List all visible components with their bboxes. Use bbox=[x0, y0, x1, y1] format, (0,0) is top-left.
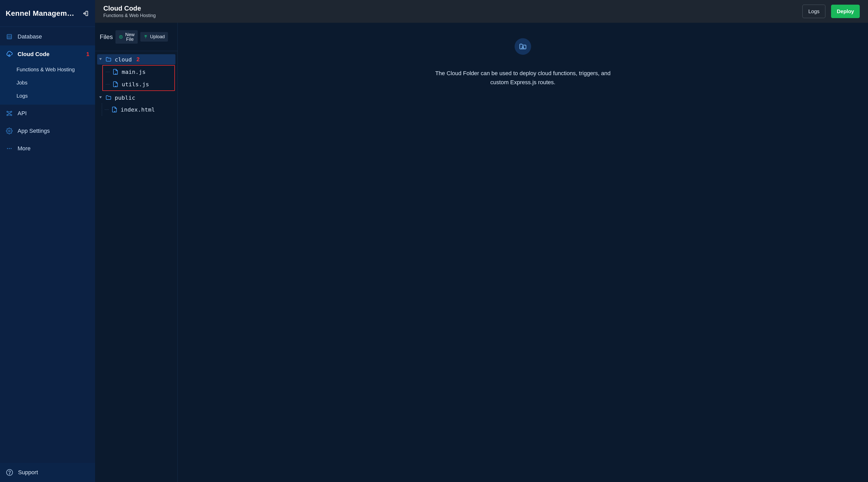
folder-user-icon bbox=[515, 38, 531, 55]
sidebar-subnav-cloud-code: Functions & Web Hosting Jobs Logs bbox=[0, 63, 95, 105]
svg-marker-29 bbox=[99, 96, 102, 98]
content: Files New File bbox=[95, 23, 868, 482]
svg-rect-0 bbox=[86, 11, 88, 15]
sidebar-item-label: Database bbox=[18, 33, 42, 40]
new-file-button[interactable]: New File bbox=[116, 30, 138, 44]
file-icon bbox=[111, 106, 118, 113]
svg-rect-2 bbox=[7, 34, 11, 39]
sidebar-item-label: More bbox=[18, 145, 30, 152]
file-label: index.html bbox=[121, 106, 155, 113]
svg-point-17 bbox=[8, 130, 10, 132]
sidebar-item-label: App Settings bbox=[18, 128, 50, 134]
file-label: main.js bbox=[122, 69, 146, 75]
folder-label: public bbox=[115, 95, 135, 101]
support-label: Support bbox=[18, 469, 38, 476]
main: Cloud Code Functions & Web Hosting Logs … bbox=[95, 0, 868, 482]
help-icon bbox=[6, 469, 13, 476]
svg-point-18 bbox=[7, 148, 8, 149]
new-file-label: New File bbox=[125, 32, 134, 41]
panel-collapse-icon bbox=[82, 10, 89, 17]
folder-public[interactable]: public bbox=[97, 93, 176, 103]
sidebar-subitem-jobs[interactable]: Jobs bbox=[0, 76, 95, 89]
svg-point-22 bbox=[9, 474, 10, 474]
folder-icon bbox=[105, 56, 112, 63]
sidebar-nav: Database Cloud Code 1 Functions & Web H bbox=[0, 27, 95, 463]
sidebar-subitem-functions[interactable]: Functions & Web Hosting bbox=[0, 63, 95, 76]
files-label: Files bbox=[100, 33, 113, 40]
upload-button[interactable]: Upload bbox=[140, 32, 168, 41]
page-title: Cloud Code bbox=[103, 4, 156, 12]
file-icon bbox=[112, 68, 119, 75]
svg-marker-28 bbox=[99, 58, 102, 60]
file-icon bbox=[112, 81, 119, 88]
more-icon bbox=[6, 145, 13, 152]
files-toolbar: Files New File bbox=[95, 23, 178, 51]
folder-label: cloud bbox=[115, 56, 132, 63]
logs-button[interactable]: Logs bbox=[802, 5, 826, 18]
svg-point-19 bbox=[9, 148, 10, 149]
app-title: Kennel Management ... bbox=[6, 9, 78, 18]
sidebar-item-app-settings[interactable]: App Settings bbox=[0, 122, 95, 140]
api-icon bbox=[6, 110, 13, 117]
folder-badge-2: 2 bbox=[136, 56, 140, 63]
cloud-code-icon bbox=[6, 51, 13, 58]
topbar-left: Cloud Code Functions & Web Hosting bbox=[103, 4, 156, 18]
collapse-sidebar-button[interactable] bbox=[82, 9, 89, 17]
sidebar-subitem-logs[interactable]: Logs bbox=[0, 89, 95, 102]
sidebar-item-database[interactable]: Database bbox=[0, 28, 95, 45]
plus-circle-icon bbox=[119, 35, 123, 39]
detail-panel: The Cloud Folder can be used to deploy c… bbox=[178, 23, 868, 482]
detail-text: The Cloud Folder can be used to deploy c… bbox=[430, 69, 616, 87]
file-label: utils.js bbox=[122, 81, 149, 88]
deploy-button[interactable]: Deploy bbox=[831, 5, 860, 18]
sidebar-footer[interactable]: Support bbox=[0, 463, 95, 482]
folder-toggle-icon bbox=[99, 96, 102, 99]
files-panel: Files New File bbox=[95, 23, 178, 482]
gear-icon bbox=[6, 127, 13, 135]
sidebar-item-more[interactable]: More bbox=[0, 140, 95, 157]
sidebar-badge-1: 1 bbox=[86, 51, 89, 58]
topbar: Cloud Code Functions & Web Hosting Logs … bbox=[95, 0, 868, 23]
sidebar-header: Kennel Management ... bbox=[0, 0, 95, 27]
svg-point-21 bbox=[6, 469, 12, 475]
sidebar-item-cloud-code[interactable]: Cloud Code 1 bbox=[0, 45, 95, 63]
svg-point-30 bbox=[522, 46, 523, 47]
svg-point-20 bbox=[10, 148, 11, 149]
highlight-box-cloud-files: main.js utils.js bbox=[102, 65, 175, 91]
folder-cloud[interactable]: cloud 2 bbox=[97, 54, 176, 65]
file-tree: cloud 2 main. bbox=[95, 51, 178, 116]
page-subtitle: Functions & Web Hosting bbox=[103, 13, 156, 18]
file-index-html[interactable]: index.html bbox=[104, 103, 178, 116]
upload-label: Upload bbox=[150, 34, 165, 39]
upload-icon bbox=[144, 35, 148, 39]
database-icon bbox=[6, 33, 13, 40]
folder-icon bbox=[105, 94, 112, 101]
file-main-js[interactable]: main.js bbox=[106, 66, 175, 78]
sidebar-item-api[interactable]: API bbox=[0, 105, 95, 122]
sidebar-item-label: API bbox=[18, 110, 27, 117]
topbar-right: Logs Deploy bbox=[802, 5, 860, 18]
folder-toggle-icon bbox=[99, 58, 102, 61]
sidebar: Kennel Management ... Database bbox=[0, 0, 95, 482]
sidebar-item-label: Cloud Code bbox=[18, 51, 49, 58]
file-utils-js[interactable]: utils.js bbox=[106, 78, 175, 90]
